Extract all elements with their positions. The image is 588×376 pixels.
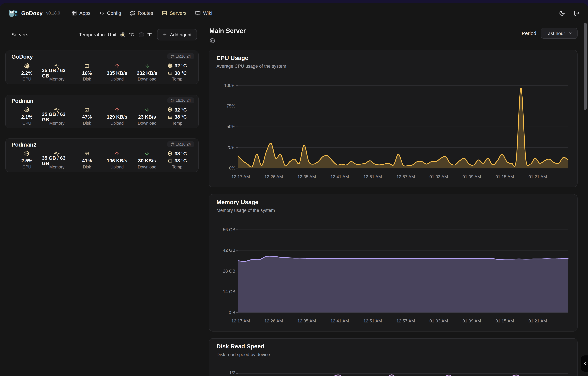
cpu-icon [24, 151, 30, 156]
stat-value: 2.1% [21, 113, 32, 120]
stat-label: Disk [83, 165, 91, 170]
stat-label: Temp [172, 165, 182, 170]
stat-upload: 335 KB/sUpload [102, 62, 132, 83]
x-axis-tick: 01:15 AM [490, 174, 520, 179]
stat-label: Temp [172, 121, 182, 126]
stat-label: CPU [22, 165, 31, 170]
code-icon [99, 10, 105, 16]
collapse-panel-button[interactable] [581, 355, 588, 372]
y-axis-tick: 25% [214, 145, 235, 150]
radio-fahrenheit[interactable] [139, 32, 144, 37]
y-axis-tick: 42 GB [214, 248, 235, 253]
y-axis-tick: 56 GB [214, 227, 235, 232]
scrollbar-thumb[interactable] [584, 22, 587, 110]
x-axis-tick: 12:35 AM [291, 318, 322, 324]
moon-icon[interactable] [559, 10, 565, 16]
server-name: Podman2 [11, 141, 37, 148]
cpu-icon [24, 63, 30, 69]
stat-label: Download [138, 77, 156, 83]
x-axis-tick: 12:35 AM [291, 174, 322, 179]
app-title: GoDoxy [21, 10, 43, 16]
stat-label: Temp [172, 77, 182, 83]
sidebar-title: Servers [11, 32, 28, 37]
nav-right [559, 10, 580, 16]
route-icon [130, 10, 135, 16]
stat-value: 232 KB/s [137, 69, 158, 76]
stat-disk: 41%Disk [72, 150, 102, 170]
stat-value: 129 KB/s [107, 113, 128, 120]
server-stats: 2.1%CPU35 GB / 63 GBMemory47%Disk129 KB/… [12, 106, 192, 126]
stat-cpu: 2.5%CPU [12, 150, 42, 170]
y-axis-tick: 28 GB [214, 268, 235, 274]
cpu-icon [167, 151, 172, 156]
stat-label: Disk [83, 121, 91, 126]
x-axis-tick: 12:57 AM [391, 318, 421, 324]
x-axis-tick: 01:03 AM [423, 318, 454, 324]
chart-card-memory-usage: Memory UsageMemory usage of the system56… [209, 194, 577, 332]
x-axis-tick: 01:15 AM [490, 318, 520, 324]
stat-value: 41% [82, 157, 92, 164]
stat-disk: 47%Disk [72, 106, 102, 126]
x-axis-tick: 01:09 AM [457, 174, 487, 179]
stat-label: Memory [49, 77, 64, 83]
temperature-unit-label: Temperature Unit [79, 32, 116, 37]
logout-icon[interactable] [574, 10, 580, 16]
godoxy-logo [8, 9, 18, 18]
nav-item-config[interactable]: Config [99, 10, 121, 16]
stat-label: Upload [110, 77, 124, 83]
arrowup-icon [114, 151, 120, 156]
nav-item-apps[interactable]: Apps [72, 10, 91, 16]
harddrive-icon [167, 70, 172, 75]
stat-value: 23 KB/s [138, 113, 156, 120]
disk-temp-value: 38 °C [174, 70, 187, 76]
x-axis-tick: 01:21 AM [523, 318, 553, 324]
stat-value: 35 GB / 63 GB [42, 113, 72, 120]
arrowdown-icon [144, 63, 150, 69]
stat-memory: 35 GB / 63 GBMemory [42, 106, 72, 126]
stat-value: 2.2% [21, 69, 32, 76]
add-agent-button[interactable]: Add agent [157, 29, 197, 41]
y-axis-tick: 50% [214, 124, 235, 130]
arrowup-icon [114, 63, 120, 69]
server-card-podman2[interactable]: Podman2@ 16:16:242.5%CPU35 GB / 63 GBMem… [5, 138, 199, 172]
app-version: v0.18.0 [46, 11, 60, 15]
arrowup-icon [114, 107, 120, 113]
y-axis-tick: 14 GB [214, 289, 235, 294]
harddrive-icon [84, 107, 90, 113]
nav-item-routes[interactable]: Routes [130, 10, 153, 16]
stat-label: Memory [49, 165, 64, 170]
book-icon [195, 10, 201, 16]
servers-sidebar: Servers Temperature Unit °C °F Add agent… [0, 23, 204, 376]
add-agent-label: Add agent [170, 32, 192, 37]
chevron-down-icon [568, 31, 573, 35]
server-card-podman[interactable]: Podman@ 16:16:242.1%CPU35 GB / 63 GBMemo… [5, 94, 199, 128]
x-axis-tick: 12:51 AM [358, 174, 388, 179]
cpu-temp-value: 32 °C [174, 107, 187, 112]
top-navbar: GoDoxy v0.18.0 AppsConfigRoutesServersWi… [0, 3, 588, 23]
stat-disk: 16%Disk [72, 62, 102, 83]
stat-memory: 35 GB / 63 GBMemory [42, 150, 72, 170]
disk-temp-value: 38 °C [174, 158, 187, 163]
cpu-temp-value: 38 °C [174, 151, 187, 156]
period-select[interactable]: Last hour [541, 28, 577, 39]
x-axis-tick: 12:41 AM [324, 318, 355, 324]
nav-item-servers[interactable]: Servers [162, 10, 186, 16]
server-card-godoxy[interactable]: GoDoxy@ 16:16:242.2%CPU35 GB / 63 GBMemo… [5, 51, 199, 84]
chart-card-cpu-usage: CPU UsageAverage CPU usage of the system… [209, 50, 577, 187]
stat-cpu: 2.1%CPU [12, 106, 42, 126]
stat-value: 2.5% [21, 157, 32, 164]
period-row: Period Last hour [522, 28, 577, 39]
nav-item-wiki[interactable]: Wiki [195, 10, 212, 16]
radio-celsius[interactable] [120, 32, 126, 37]
chevron-left-icon [583, 362, 587, 366]
x-axis-tick: 12:26 AM [258, 174, 289, 179]
server-stats: 2.5%CPU35 GB / 63 GBMemory41%Disk106 KB/… [12, 150, 192, 170]
x-axis-tick: 12:17 AM [225, 318, 256, 324]
x-axis-tick: 12:57 AM [391, 174, 421, 179]
cpu-icon [167, 107, 172, 112]
arrowdown-icon [144, 107, 150, 113]
brand[interactable]: GoDoxy v0.18.0 [8, 9, 60, 18]
server-stats: 2.2%CPU35 GB / 63 GBMemory16%Disk335 KB/… [12, 62, 192, 83]
celsius-label: °C [129, 32, 134, 37]
stat-upload: 106 KB/sUpload [102, 150, 132, 170]
